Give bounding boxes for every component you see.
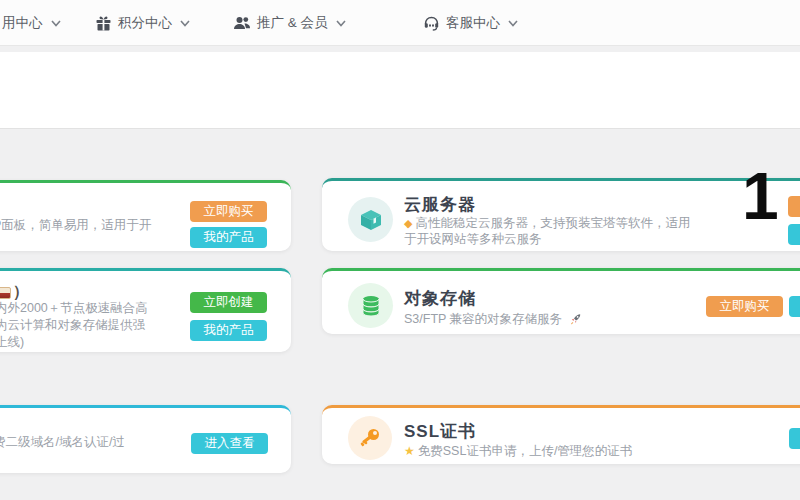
chevron-down-icon (336, 20, 346, 27)
card-description-line1: 内外2000＋节点极速融合高 (0, 300, 148, 316)
ssl-avatar (348, 416, 392, 460)
key-icon (357, 425, 383, 451)
nav-item-support-center[interactable]: 客服中心 (423, 0, 518, 46)
annotation-marker-1: 1 (742, 163, 779, 229)
card-ssl-certificate: SSL证书 ★免费SSL证书申请，上传/管理您的证书 我的产品 (322, 405, 800, 464)
desc-text: 高性能稳定云服务器，支持预装宝塔等软件，适用 (415, 216, 690, 230)
buy-now-button[interactable]: 立即购买 (788, 196, 800, 217)
rocket-icon (569, 312, 582, 325)
title-text: ） (13, 283, 29, 300)
card-description: S3/FTP 兼容的对象存储服务 (404, 311, 582, 327)
card-description-line2: 为云计算和对象存储提供强 (0, 317, 145, 333)
my-products-button[interactable]: 我的产品 (190, 320, 267, 341)
create-now-button[interactable]: 立即创建 (190, 292, 267, 313)
nav-item-user-center[interactable]: 用中心 (2, 0, 61, 46)
buy-now-button[interactable]: 立即购买 (706, 296, 783, 317)
gift-icon (95, 15, 112, 32)
nav-item-label: 积分中心 (118, 14, 172, 32)
card-description: P面板，简单易用，适用于开 (0, 217, 151, 233)
flag-icon (0, 287, 11, 299)
card-cloud-server: 云服务器 ◆高性能稳定云服务器，支持预装宝塔等软件，适用 于开设网站等多种云服务… (322, 178, 800, 251)
users-icon (233, 15, 251, 31)
card-title: SSL证书 (404, 420, 476, 443)
card-description: ★免费SSL证书申请，上传/管理您的证书 (404, 443, 632, 459)
buy-now-button[interactable]: 立即购买 (190, 201, 267, 222)
database-icon (358, 293, 384, 319)
nav-item-label: 客服中心 (446, 14, 500, 32)
headset-icon (423, 15, 440, 32)
enter-view-button[interactable]: 进入查看 (191, 433, 268, 454)
my-products-button[interactable]: 我的产品 (190, 227, 267, 248)
chevron-down-icon (51, 20, 61, 27)
card-object-storage: 对象存储 S3/FTP 兼容的对象存储服务 立即购买 我的产品 (322, 268, 800, 334)
my-products-button[interactable]: 我的产品 (788, 224, 800, 245)
nav-item-promotion-members[interactable]: 推广 & 会员 (233, 0, 346, 46)
top-navbar: 用中心 积分中心 推广 & 会员 (0, 0, 800, 46)
card-description-line2: 于开设网站等多种云服务 (404, 231, 542, 247)
content-header-panel (0, 52, 800, 129)
cube-icon (358, 207, 384, 233)
desc-text: S3/FTP 兼容的对象存储服务 (404, 312, 562, 326)
card-description: 费二级域名/域名认证/过 (0, 434, 125, 450)
card-title: 云服务器 (404, 193, 476, 216)
chevron-down-icon (180, 20, 190, 27)
object-storage-avatar (348, 283, 393, 328)
card-title: 对象存储 (404, 287, 476, 310)
diamond-icon: ◆ (404, 217, 412, 229)
card-row1-left: P面板，简单易用，适用于开 立即购买 我的产品 (0, 180, 291, 251)
chevron-down-icon (508, 20, 518, 27)
my-products-button[interactable]: 我的产品 (789, 296, 800, 317)
card-description-line1: ◆高性能稳定云服务器，支持预装宝塔等软件，适用 (404, 215, 690, 231)
desc-text: 免费SSL证书申请，上传/管理您的证书 (418, 444, 633, 458)
nav-item-points-center[interactable]: 积分中心 (95, 0, 190, 46)
card-row2-left: ） 内外2000＋节点极速融合高 为云计算和对象存储提供强 上线) 立即创建 我… (0, 268, 291, 352)
card-description-line3: 上线) (0, 334, 24, 350)
nav-item-label: 用中心 (2, 14, 43, 32)
my-products-button[interactable]: 我的产品 (789, 428, 800, 449)
star-icon: ★ (404, 444, 415, 458)
nav-item-label: 推广 & 会员 (257, 14, 328, 32)
card-row3-left: 费二级域名/域名认证/过 进入查看 (0, 405, 291, 473)
cloud-server-avatar (348, 197, 393, 242)
